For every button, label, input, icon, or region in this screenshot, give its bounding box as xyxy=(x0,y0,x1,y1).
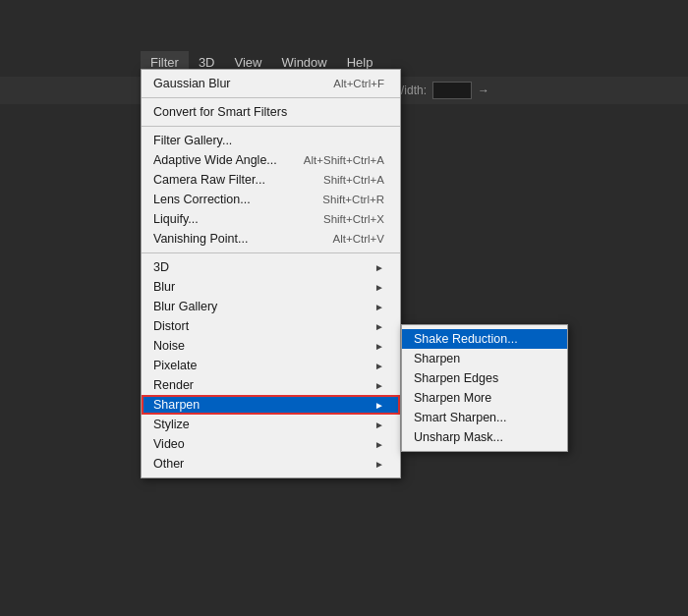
blur-gallery-arrow-icon: ► xyxy=(374,302,384,312)
noise-label: Noise xyxy=(153,339,185,353)
sharpen-sub-label: Sharpen xyxy=(414,352,460,365)
shake-reduction-label: Shake Reduction... xyxy=(414,332,518,346)
sharpen-arrow-icon: ► xyxy=(374,400,384,411)
adaptive-wide-angle-label: Adaptive Wide Angle... xyxy=(153,153,277,167)
gaussian-blur-item[interactable]: Gaussian Blur Alt+Ctrl+F xyxy=(142,74,400,93)
video-arrow-icon: ► xyxy=(374,439,384,450)
gaussian-blur-label: Gaussian Blur xyxy=(153,77,231,90)
liquify-item[interactable]: Liquify... Shift+Ctrl+X xyxy=(142,209,400,229)
unsharp-mask-label: Unsharp Mask... xyxy=(414,430,503,444)
distort-item[interactable]: Distort ► xyxy=(142,316,400,336)
sharpen-more-item[interactable]: Sharpen More xyxy=(402,388,567,408)
lens-correction-shortcut: Shift+Ctrl+R xyxy=(322,194,384,205)
gaussian-blur-shortcut: Alt+Ctrl+F xyxy=(333,78,384,89)
lens-correction-label: Lens Correction... xyxy=(153,193,251,206)
stylize-label: Stylize xyxy=(153,418,190,431)
arrow-icon: → xyxy=(478,84,489,97)
vanishing-point-shortcut: Alt+Ctrl+V xyxy=(333,233,384,245)
stylize-item[interactable]: Stylize ► xyxy=(142,415,400,434)
sharpen-more-label: Sharpen More xyxy=(414,391,491,405)
lens-correction-item[interactable]: Lens Correction... Shift+Ctrl+R xyxy=(142,190,400,209)
other-arrow-icon: ► xyxy=(374,459,384,470)
noise-arrow-icon: ► xyxy=(374,341,384,352)
3d-label: 3D xyxy=(153,260,169,274)
app-background: Filter 3D View Window Help Width: → Gaus… xyxy=(0,0,688,616)
separator-3 xyxy=(142,252,400,253)
video-label: Video xyxy=(153,437,185,451)
sharpen-sub-item[interactable]: Sharpen xyxy=(402,349,567,368)
blur-gallery-item[interactable]: Blur Gallery ► xyxy=(142,297,400,316)
3d-arrow-icon: ► xyxy=(374,262,384,273)
render-label: Render xyxy=(153,378,194,392)
camera-raw-item[interactable]: Camera Raw Filter... Shift+Ctrl+A xyxy=(142,170,400,190)
blur-gallery-label: Blur Gallery xyxy=(153,300,217,313)
adaptive-wide-angle-shortcut: Alt+Shift+Ctrl+A xyxy=(304,154,384,166)
other-item[interactable]: Other ► xyxy=(142,454,400,474)
unsharp-mask-item[interactable]: Unsharp Mask... xyxy=(402,427,567,447)
filter-gallery-item[interactable]: Filter Gallery... xyxy=(142,131,400,150)
pixelate-arrow-icon: ► xyxy=(374,361,384,371)
sharpen-edges-label: Sharpen Edges xyxy=(414,371,498,385)
3d-item[interactable]: 3D ► xyxy=(142,257,400,277)
adaptive-wide-angle-item[interactable]: Adaptive Wide Angle... Alt+Shift+Ctrl+A xyxy=(142,150,400,170)
pixelate-label: Pixelate xyxy=(153,359,197,372)
other-label: Other xyxy=(153,457,184,471)
camera-raw-shortcut: Shift+Ctrl+A xyxy=(323,174,384,186)
render-arrow-icon: ► xyxy=(374,380,384,391)
distort-label: Distort xyxy=(153,319,189,333)
sharpen-label: Sharpen xyxy=(153,398,200,412)
vanishing-point-label: Vanishing Point... xyxy=(153,232,248,246)
distort-arrow-icon: ► xyxy=(374,321,384,332)
liquify-shortcut: Shift+Ctrl+X xyxy=(323,213,384,225)
sharpen-edges-item[interactable]: Sharpen Edges xyxy=(402,368,567,388)
filter-gallery-label: Filter Gallery... xyxy=(153,134,232,147)
video-item[interactable]: Video ► xyxy=(142,434,400,454)
liquify-label: Liquify... xyxy=(153,212,199,226)
blur-item[interactable]: Blur ► xyxy=(142,277,400,297)
vanishing-point-item[interactable]: Vanishing Point... Alt+Ctrl+V xyxy=(142,229,400,249)
separator-1 xyxy=(142,97,400,98)
separator-2 xyxy=(142,126,400,127)
width-input[interactable] xyxy=(432,82,472,99)
sharpen-item[interactable]: Sharpen ► xyxy=(142,395,400,415)
camera-raw-label: Camera Raw Filter... xyxy=(153,173,265,187)
smart-sharpen-label: Smart Sharpen... xyxy=(414,411,507,424)
shake-reduction-item[interactable]: Shake Reduction... xyxy=(402,329,567,349)
blur-arrow-icon: ► xyxy=(374,282,384,293)
smart-filters-item[interactable]: Convert for Smart Filters xyxy=(142,102,400,122)
stylize-arrow-icon: ► xyxy=(374,420,384,430)
smart-sharpen-item[interactable]: Smart Sharpen... xyxy=(402,408,567,427)
filter-dropdown: Gaussian Blur Alt+Ctrl+F Convert for Sma… xyxy=(141,69,401,478)
blur-label: Blur xyxy=(153,280,175,294)
smart-filters-label: Convert for Smart Filters xyxy=(153,105,287,119)
render-item[interactable]: Render ► xyxy=(142,375,400,395)
noise-item[interactable]: Noise ► xyxy=(142,336,400,356)
sharpen-submenu: Shake Reduction... Sharpen Sharpen Edges… xyxy=(401,324,568,452)
pixelate-item[interactable]: Pixelate ► xyxy=(142,356,400,375)
